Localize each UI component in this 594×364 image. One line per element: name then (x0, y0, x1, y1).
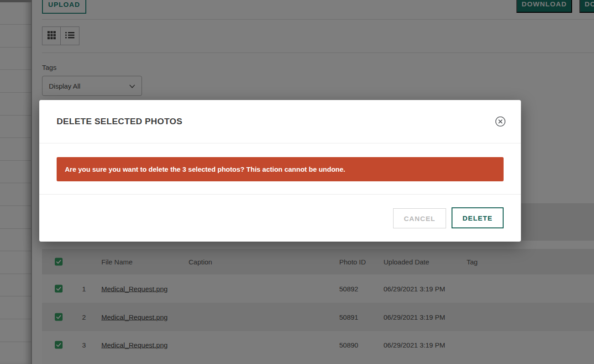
close-circle-icon[interactable] (495, 116, 506, 127)
delete-button[interactable]: DELETE (452, 207, 504, 228)
delete-photos-modal: DELETE SELECTED PHOTOS Are you sure you … (39, 100, 521, 242)
modal-header: DELETE SELECTED PHOTOS (39, 100, 521, 143)
modal-footer-divider (39, 194, 521, 195)
modal-title: DELETE SELECTED PHOTOS (57, 116, 183, 127)
delete-warning-text: Are you sure you want to delete the 3 se… (65, 165, 345, 173)
delete-warning-banner: Are you sure you want to delete the 3 se… (57, 157, 504, 181)
cancel-button[interactable]: CANCEL (393, 208, 446, 228)
modal-header-divider (39, 143, 521, 143)
